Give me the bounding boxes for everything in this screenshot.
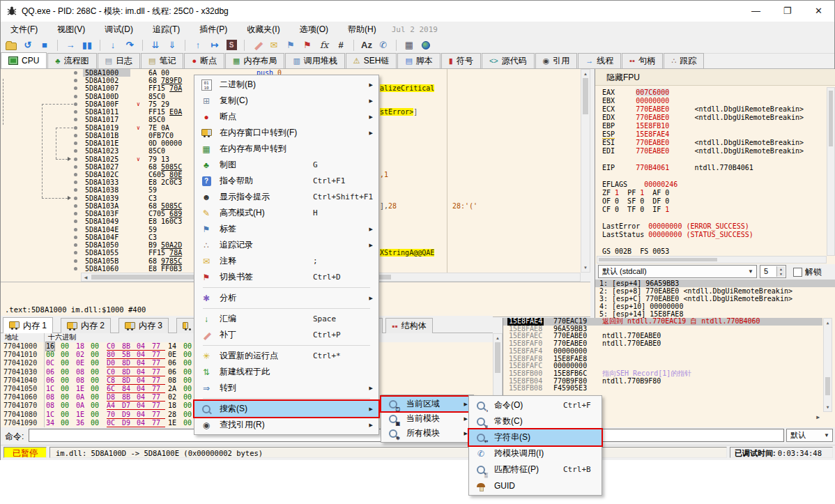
stop-button[interactable]: ■	[38, 39, 51, 52]
dump-tab-memory-3[interactable]: 内存 3	[118, 318, 169, 333]
close-button[interactable]: ✕	[803, 1, 834, 22]
registers-hscrollbar[interactable]	[597, 256, 827, 264]
unlock-checkbox[interactable]: 解锁	[793, 266, 822, 278]
register-line[interactable]: GS 002B FS 0053	[602, 247, 804, 256]
menu-debug[interactable]: 调试(D)	[95, 22, 143, 37]
menu-item-intermodular-calls[interactable]: ✆跨模块调用(I)	[469, 445, 602, 461]
scroll-up-arrow[interactable]: ▲	[824, 320, 832, 326]
hide-fpu-button[interactable]: 隐藏FPU	[595, 69, 835, 86]
disassembly-vscrollbar[interactable]: ▲ ▼	[581, 69, 590, 273]
register-line[interactable]: EFLAGS 00000246	[602, 181, 804, 189]
menu-item-create-thread-here[interactable]: ⇅新建线程于此	[194, 364, 378, 380]
register-line[interactable]: EDI 770EABE0 <ntdll.DbgUiRemoteBreakin>	[602, 147, 804, 155]
animate-over-button[interactable]: ⇓	[166, 39, 178, 52]
animate-into-button[interactable]: ⇊	[149, 39, 162, 52]
title-bar[interactable]: QQ.exe - PID: 268C - 模块: im.dll - 线程: 25…	[1, 1, 834, 22]
menu-view[interactable]: 视图(V)	[47, 22, 95, 37]
register-line[interactable]: OF 0 SF 0 DF 0	[602, 197, 804, 206]
menu-item-label[interactable]: ⚑标签▶	[194, 221, 378, 237]
scroll-left-arrow[interactable]: ◀	[83, 275, 89, 280]
register-line[interactable]: LastError 00000000 (ERROR_SUCCESS)	[602, 222, 804, 231]
register-line[interactable]: CF 0 TF 0 IF 1	[602, 206, 804, 214]
menu-item-current-region[interactable]: ▢当前区域▶	[381, 397, 473, 411]
scroll-thumb[interactable]	[825, 377, 830, 395]
register-line[interactable]: EDX 770EABE0 <ntdll.DbgUiRemoteBreakin>	[602, 114, 804, 122]
scroll-thumb[interactable]	[495, 342, 500, 373]
menu-help[interactable]: 帮助(H)	[338, 22, 386, 37]
menu-item-trace-record[interactable]: ∴追踪记录▶	[194, 237, 378, 253]
register-line[interactable]	[602, 239, 804, 247]
detach-button[interactable]: ✆	[377, 39, 390, 52]
globe-button[interactable]	[420, 39, 432, 52]
menu-item-search[interactable]: 搜索(S)▶	[194, 401, 378, 417]
register-line[interactable]: ZF 1 PF 1 AF 0	[602, 189, 804, 197]
register-line[interactable]: EAX 007C6000	[602, 89, 804, 97]
argument-row[interactable]: 2: [esp+8] 770EABE0 <ntdll.DbgUiRemoteBr…	[595, 287, 835, 295]
registers-vscrollbar[interactable]	[827, 87, 835, 256]
menu-item-follow-in-memory-map[interactable]: ▦在内存布局中转到	[194, 141, 378, 157]
register-line[interactable]	[602, 172, 804, 181]
tab-notes[interactable]: ▤笔记	[141, 53, 183, 68]
scylla-button[interactable]: S	[225, 39, 238, 52]
register-line[interactable]	[602, 214, 804, 222]
tab-script[interactable]: ▤脚本	[397, 53, 440, 68]
register-line[interactable]: EIP 770B4061 ntdll.770B4061	[602, 164, 804, 172]
open-file-button[interactable]	[5, 39, 17, 52]
menu-item-highlighting-mode[interactable]: ✎高亮模式(H)H	[194, 205, 378, 221]
menu-item-all-modules[interactable]: ✲所有模块▶	[381, 426, 473, 441]
tab-graph[interactable]: ♣流程图	[47, 53, 96, 68]
scroll-thumb[interactable]	[599, 258, 717, 261]
menu-item-binary[interactable]: 01 10二进制(B)▶	[194, 77, 378, 93]
stack-row[interactable]: 15E8FAEC770EABE0ntdll.770EABE0	[503, 333, 822, 340]
argument-row[interactable]: 4: [esp+10] 00000000	[595, 303, 835, 310]
tab-seh[interactable]: ⚠SEH链	[346, 53, 397, 68]
stack-row[interactable]: 15E8FAF400000000	[503, 348, 822, 356]
menu-item-toggle-bookmark[interactable]: ⚑切换书签Ctrl+D	[194, 269, 378, 285]
tab-source[interactable]: <>源代码	[482, 53, 535, 68]
patch-button[interactable]: ▬	[251, 39, 263, 52]
scroll-up-arrow[interactable]: ▲	[493, 335, 502, 341]
menu-trace[interactable]: 追踪(T)	[143, 22, 190, 37]
tab-memory-map[interactable]: ▦内存布局	[225, 53, 284, 68]
argument-depth-spinner[interactable]: 5 ▲ ▼	[760, 265, 786, 278]
calling-convention-select[interactable]: 默认 (stdcall)▼	[598, 265, 757, 278]
execute-till-return-button[interactable]: ↑	[192, 39, 204, 52]
menu-options[interactable]: 选项(O)	[290, 22, 338, 37]
menu-item-command[interactable]: ›命令(O)Ctrl+F	[469, 397, 602, 413]
scroll-right-arrow[interactable]: ▶	[816, 414, 820, 420]
functions-button[interactable]: fx	[318, 39, 330, 52]
menu-item-constant[interactable]: #常数(C)	[469, 413, 602, 429]
bookmarks-button[interactable]: ⚑	[301, 39, 314, 52]
menu-item-pattern[interactable]: ▒匹配特征(P)Ctrl+B	[469, 461, 602, 478]
labels-button[interactable]: ⚑	[284, 39, 297, 52]
menu-item-string-references[interactable]: ❜❜字符串(S)	[469, 429, 602, 445]
dump-tab-struct[interactable]: ▪▪结构体	[385, 318, 433, 333]
tab-trace[interactable]: ∴跟踪	[664, 53, 704, 68]
menu-item-breakpoint[interactable]: ●断点▶	[194, 109, 378, 125]
tab-log[interactable]: ▤日志	[98, 53, 140, 68]
dump-tab-memory-1[interactable]: 内存 1	[3, 317, 53, 333]
menu-item-instruction-help[interactable]: ?指令帮助Ctrl+F1	[194, 173, 378, 189]
register-line[interactable]: ESI 770EABE0 <ntdll.DbgUiRemoteBreakin>	[602, 139, 804, 147]
dump-tab-partial[interactable]	[176, 318, 194, 333]
menu-file[interactable]: 文件(F)	[1, 22, 47, 37]
step-into-button[interactable]: ↓	[107, 39, 119, 52]
register-line[interactable]: LastStatus 00000000 (STATUS_SUCCESS)	[602, 231, 804, 239]
tab-cpu[interactable]: CPU	[1, 52, 47, 68]
scroll-down-arrow[interactable]: ▼	[581, 265, 590, 270]
menu-item-follow-in-dump[interactable]: 在内存窗口中转到(F)▶	[194, 125, 378, 141]
maximize-button[interactable]: ❐	[772, 1, 803, 22]
hash-button[interactable]: #	[335, 39, 347, 52]
tab-references[interactable]: ◉引用	[535, 53, 578, 68]
arguments-pane[interactable]: 1: [esp+4] 96A59BB32: [esp+8] 770EABE0 <…	[595, 280, 835, 318]
command-preset-select[interactable]: 默认▼	[786, 429, 833, 442]
font-az-button[interactable]: Az	[360, 39, 373, 52]
register-line[interactable]: EBX 00000000	[602, 97, 804, 105]
comments-button[interactable]: ✉	[268, 39, 280, 52]
menu-item-show-mnemonic-brief[interactable]: ☻显示指令提示Ctrl+Shift+F1	[194, 189, 378, 205]
run-button[interactable]: →	[64, 39, 77, 52]
minimize-button[interactable]: —	[740, 1, 772, 22]
argument-row[interactable]: 3: [esp+C] 770EABE0 <ntdll.DbgUiRemoteBr…	[595, 295, 835, 303]
register-line[interactable]: EBP 15E8FB10	[602, 122, 804, 130]
menu-favourites[interactable]: 收藏夹(I)	[237, 22, 289, 37]
